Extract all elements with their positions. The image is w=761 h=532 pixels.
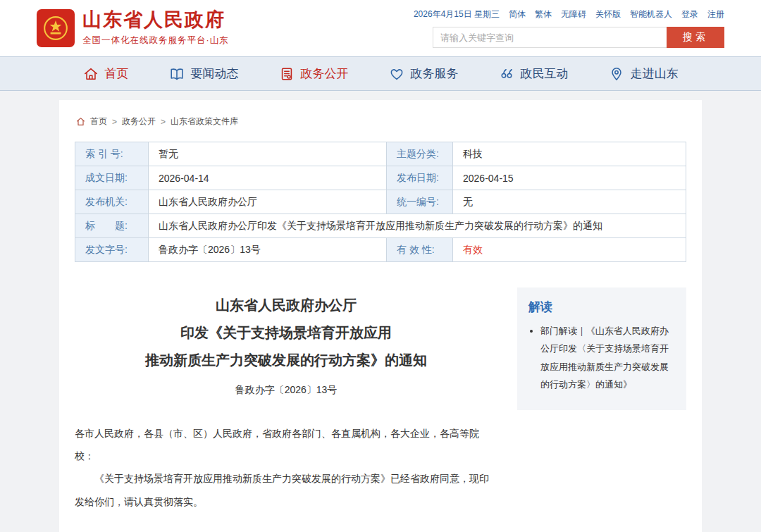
document-title-line: 推动新质生产力突破发展的行动方案》的通知 bbox=[75, 347, 497, 374]
meta-value-category: 科技 bbox=[453, 142, 686, 166]
interaction-quotes-icon bbox=[499, 66, 514, 82]
content-card: 首页 > 政务公开 > 山东省政策文件库 索 引 号: 暂无 主题分类: 科技 … bbox=[59, 100, 702, 532]
body-paragraph: 各市人民政府，各县（市、区）人民政府，省政府各部门、各直属机构，各大企业，各高等… bbox=[75, 422, 497, 467]
nav-item-label: 走进山东 bbox=[631, 66, 679, 82]
document-body: 各市人民政府，各县（市、区）人民政府，省政府各部门、各直属机构，各大企业，各高等… bbox=[75, 422, 497, 513]
breadcrumb: 首页 > 政务公开 > 山东省政策文件库 bbox=[76, 116, 686, 128]
site-title-block: 山东省人民政府 全国一体化在线政务服务平台·山东 bbox=[82, 10, 229, 47]
nav-item-services[interactable]: 政务服务 bbox=[389, 66, 459, 82]
meta-row: 标 题: 山东省人民政府办公厅印发《关于支持场景培育开放应用推动新质生产力突破发… bbox=[75, 214, 686, 238]
home-icon bbox=[83, 66, 99, 82]
content-background: 首页 > 政务公开 > 山东省政策文件库 索 引 号: 暂无 主题分类: 科技 … bbox=[0, 91, 761, 532]
interpretation-sidebar: 解读 部门解读｜《山东省人民政府办公厅印发〈关于支持场景培育开放应用推动新质生产… bbox=[517, 287, 686, 410]
sidebar-title: 解读 bbox=[528, 299, 675, 315]
nav-item-label: 政民互动 bbox=[521, 66, 569, 82]
link-elder-mode[interactable]: 关怀版 bbox=[595, 8, 621, 20]
meta-label-category: 主题分类: bbox=[387, 142, 453, 166]
meta-value-date-published: 2026-04-15 bbox=[453, 166, 686, 190]
meta-label-index: 索 引 号: bbox=[75, 142, 149, 166]
meta-value-uid: 无 bbox=[453, 190, 686, 214]
current-date-text: 2026年4月15日 星期三 bbox=[414, 8, 500, 20]
body-paragraph: 《关于支持场景培育开放应用推动新质生产力突破发展的行动方案》已经省政府同意，现印… bbox=[75, 467, 497, 512]
site-branding: 山东省人民政府 全国一体化在线政务服务平台·山东 bbox=[37, 9, 229, 47]
news-book-icon bbox=[169, 66, 185, 82]
site-subtitle: 全国一体化在线政务服务平台·山东 bbox=[82, 35, 229, 47]
link-chatbot[interactable]: 智能机器人 bbox=[630, 8, 672, 20]
document-meta-table: 索 引 号: 暂无 主题分类: 科技 成文日期: 2026-04-14 发布日期… bbox=[75, 142, 686, 262]
breadcrumb-policy-library[interactable]: 山东省政策文件库 bbox=[171, 116, 238, 128]
meta-label-date-published: 发布日期: bbox=[387, 166, 453, 190]
meta-label-date-written: 成文日期: bbox=[75, 166, 149, 190]
meta-value-title: 山东省人民政府办公厅印发《关于支持场景培育开放应用推动新质生产力突破发展的行动方… bbox=[149, 214, 686, 238]
document-number: 鲁政办字〔2026〕13号 bbox=[75, 384, 497, 397]
nav-item-home[interactable]: 首页 bbox=[83, 66, 129, 82]
meta-value-index: 暂无 bbox=[149, 142, 387, 166]
meta-row: 发布机关: 山东省人民政府办公厅 统一编号: 无 bbox=[75, 190, 686, 214]
document-disclosure-icon bbox=[279, 66, 295, 82]
search-button[interactable]: 搜索 bbox=[667, 27, 724, 48]
header-right: 2026年4月15日 星期三 简体 繁体 无障碍 关怀版 智能机器人 登录 注册… bbox=[414, 8, 724, 48]
map-pin-icon bbox=[609, 66, 624, 82]
breadcrumb-home[interactable]: 首页 bbox=[90, 116, 107, 128]
link-accessibility[interactable]: 无障碍 bbox=[561, 8, 586, 20]
nav-item-interaction[interactable]: 政民互动 bbox=[499, 66, 569, 82]
interpretation-link[interactable]: 部门解读｜《山东省人民政府办公厅印发〈关于支持场景培育开放应用推动新质生产力突破… bbox=[540, 322, 675, 393]
nav-item-label: 政务服务 bbox=[411, 66, 459, 82]
meta-value-agency: 山东省人民政府办公厅 bbox=[149, 190, 387, 214]
document-title-line: 山东省人民政府办公厅 bbox=[75, 292, 497, 319]
meta-value-date-written: 2026-04-14 bbox=[149, 166, 387, 190]
link-register[interactable]: 注册 bbox=[707, 8, 724, 20]
national-emblem-icon bbox=[37, 9, 75, 47]
search-bar: 搜索 bbox=[433, 27, 724, 48]
page: 山东省人民政府 全国一体化在线政务服务平台·山东 2026年4月15日 星期三 … bbox=[0, 0, 761, 532]
meta-row: 发文字号: 鲁政办字〔2026〕13号 有 效 性: 有效 bbox=[75, 238, 686, 262]
article: 山东省人民政府办公厅 印发《关于支持场景培育开放应用 推动新质生产力突破发展的行… bbox=[75, 287, 517, 532]
interpretation-list: 部门解读｜《山东省人民政府办公厅印发〈关于支持场景培育开放应用推动新质生产力突破… bbox=[528, 322, 675, 393]
nav-item-news[interactable]: 要闻动态 bbox=[169, 66, 239, 82]
breadcrumb-separator: > bbox=[161, 117, 166, 127]
main-nav: 首页 要闻动态 政务公开 bbox=[0, 56, 761, 91]
link-login[interactable]: 登录 bbox=[681, 8, 698, 20]
meta-row: 索 引 号: 暂无 主题分类: 科技 bbox=[75, 142, 686, 166]
breadcrumb-separator: > bbox=[112, 117, 117, 127]
nav-item-label: 要闻动态 bbox=[191, 66, 239, 82]
document-title-line: 印发《关于支持场景培育开放应用 bbox=[75, 319, 497, 347]
meta-value-validity: 有效 bbox=[453, 238, 686, 262]
meta-value-doc-number: 鲁政办字〔2026〕13号 bbox=[149, 238, 387, 262]
site-header: 山东省人民政府 全国一体化在线政务服务平台·山东 2026年4月15日 星期三 … bbox=[0, 0, 761, 56]
link-simplified-chinese[interactable]: 简体 bbox=[509, 8, 526, 20]
meta-label-validity: 有 效 性: bbox=[387, 238, 453, 262]
nav-item-visit-shandong[interactable]: 走进山东 bbox=[609, 66, 679, 82]
meta-row: 成文日期: 2026-04-14 发布日期: 2026-04-15 bbox=[75, 166, 686, 190]
document-title: 山东省人民政府办公厅 印发《关于支持场景培育开放应用 推动新质生产力突破发展的行… bbox=[75, 292, 497, 374]
link-traditional-chinese[interactable]: 繁体 bbox=[535, 8, 552, 20]
meta-label-title: 标 题: bbox=[75, 214, 149, 238]
top-utility-links: 2026年4月15日 星期三 简体 繁体 无障碍 关怀版 智能机器人 登录 注册 bbox=[414, 8, 724, 20]
nav-item-label: 政务公开 bbox=[301, 66, 349, 82]
search-input[interactable] bbox=[433, 27, 667, 48]
nav-item-label: 首页 bbox=[105, 66, 129, 82]
nav-item-disclosure[interactable]: 政务公开 bbox=[279, 66, 349, 82]
home-icon bbox=[76, 117, 85, 126]
meta-label-agency: 发布机关: bbox=[75, 190, 149, 214]
breadcrumb-disclosure[interactable]: 政务公开 bbox=[122, 116, 156, 128]
meta-label-uid: 统一编号: bbox=[387, 190, 453, 214]
site-name: 山东省人民政府 bbox=[82, 10, 229, 31]
meta-label-doc-number: 发文字号: bbox=[75, 238, 149, 262]
heart-service-icon bbox=[389, 66, 404, 82]
